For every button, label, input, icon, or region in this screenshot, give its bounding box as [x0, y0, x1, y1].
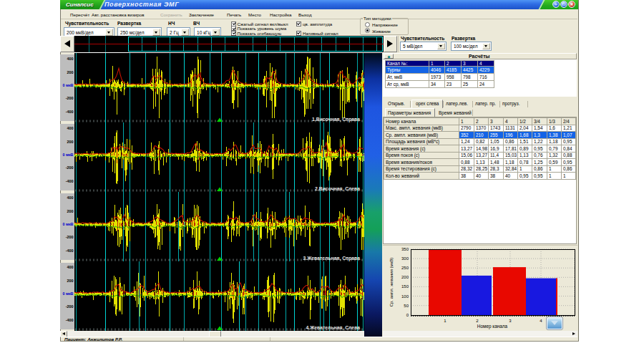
svg-text:2: 2 [476, 319, 479, 323]
svg-text:50: 50 [404, 304, 409, 308]
svg-text:4.Жевательная, Слева: 4.Жевательная, Слева [306, 324, 361, 330]
svg-text:0: 0 [406, 313, 409, 317]
svg-text:250: 250 [401, 266, 409, 270]
svg-text:350: 350 [401, 247, 409, 251]
svg-text:1: 1 [444, 319, 447, 323]
svg-text:4: 4 [540, 319, 542, 323]
svg-text:Номер канала: Номер канала [477, 324, 508, 329]
svg-text:Ср. ампл. жевания (мкВ): Ср. ампл. жевания (мкВ) [389, 258, 394, 307]
svg-text:200: 200 [401, 275, 409, 279]
svg-text:150: 150 [401, 284, 409, 289]
svg-text:3.Жевательная, Справа: 3.Жевательная, Справа [303, 255, 360, 261]
svg-text:1.Височная, Справа: 1.Височная, Справа [312, 116, 360, 122]
svg-text:300: 300 [401, 256, 409, 261]
svg-text:3: 3 [509, 319, 512, 323]
svg-text:100: 100 [401, 294, 409, 299]
svg-text:2.Височная, Слева: 2.Височная, Слева [315, 185, 360, 191]
